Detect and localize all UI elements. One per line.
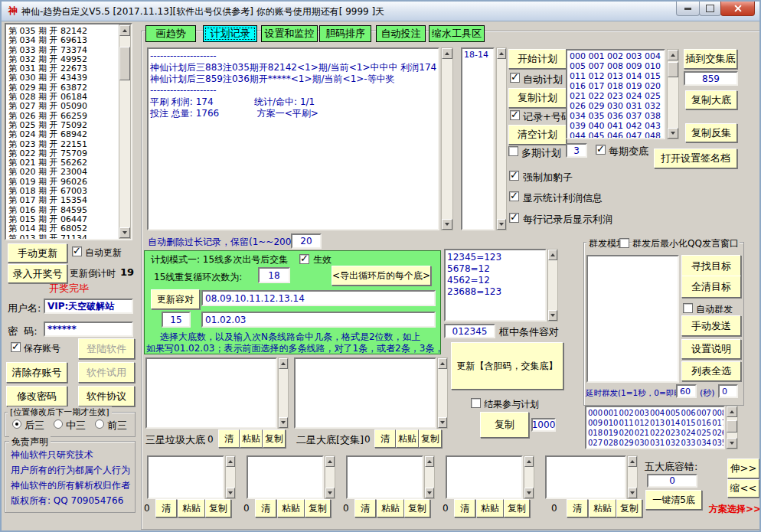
base-box-4-copy-button[interactable]: 复制	[504, 499, 530, 517]
show-profit-info-checkbox[interactable]	[509, 191, 519, 201]
copy-inverse-button[interactable]: 复制反集	[685, 123, 737, 142]
lines-field[interactable]: 08.09.10.11.12.13.14	[201, 290, 436, 306]
scroll-down-icon[interactable]	[442, 219, 452, 230]
scroll-up-icon[interactable]	[226, 456, 235, 467]
username-field[interactable]: VIP:天空破解站	[44, 299, 133, 314]
show-row-profit-checkbox[interactable]	[509, 213, 519, 223]
draw-history-row[interactable]: 第 016 期 开 84595	[6, 204, 119, 214]
three-star-base-textarea[interactable]	[145, 357, 277, 429]
number-pool-row[interactable]: 021 022 023 024 025	[567, 91, 664, 101]
result-pool-row[interactable]: 009 010 011 012 013 014 015 016 017	[586, 418, 723, 428]
scroll-down-icon[interactable]	[668, 128, 678, 139]
copy-count-field[interactable]: 1000	[531, 418, 556, 432]
result-pool-row[interactable]: 027 028 029 030 031 032 033 034 035	[586, 438, 723, 448]
number-pool-row[interactable]: 016 017 018 019 020	[567, 81, 664, 91]
multi-period-checkbox[interactable]	[508, 146, 518, 156]
keep-records-field[interactable]: 20	[291, 233, 322, 249]
expand-button[interactable]: 伸>>	[727, 459, 759, 478]
trial-button[interactable]: 软件试用	[78, 362, 135, 383]
base-box-3-paste-button[interactable]: 粘贴	[377, 499, 404, 517]
close-button[interactable]	[720, 2, 755, 16]
base-box-4-paste-button[interactable]: 粘贴	[476, 499, 504, 517]
three-star-scrollbar[interactable]	[278, 357, 289, 429]
number-pool-row[interactable]: 005 007 008 009 010	[567, 61, 664, 71]
plan-record-textarea[interactable]: --------------------神仙计划后三883注035期开82142…	[147, 47, 439, 230]
draw-history-listbox[interactable]: 第 035 期 开 82142第 034 期 开 69613第 033 期 开 …	[5, 23, 132, 240]
login-button[interactable]: 登陆软件	[78, 338, 135, 359]
draw-history-row[interactable]: 第 026 期 开 66259	[6, 110, 119, 119]
five-base-tolerance-field[interactable]: 0	[647, 474, 697, 488]
base-box-1-paste-button[interactable]: 粘贴	[178, 499, 205, 517]
draw-history-row[interactable]: 第 029 期 开 63872	[6, 82, 119, 91]
scroll-up-icon[interactable]	[425, 456, 434, 467]
base-box-1[interactable]	[147, 455, 224, 499]
enter-draw-button[interactable]: 录入开奖号	[8, 264, 67, 283]
result-pool-row[interactable]: 018 019 020 021 022 023 024 025 026	[586, 428, 723, 438]
maximize-button[interactable]	[699, 2, 721, 16]
draw-history-row[interactable]: 第 035 期 开 82142	[6, 25, 119, 34]
base-box-5-scrollbar[interactable]	[627, 455, 638, 499]
base-box-3[interactable]	[346, 455, 423, 499]
result-pool-scrollbar[interactable]	[726, 406, 738, 449]
base-box-4[interactable]	[446, 455, 523, 499]
number-pool-listbox[interactable]: 000 001 002 003 004005 007 008 009 01001…	[566, 49, 665, 139]
scroll-up-icon[interactable]	[628, 456, 637, 467]
clear-plan-button[interactable]: 清空计划	[508, 125, 567, 145]
result-pool-listbox[interactable]: 000 001 002 003 004 005 006 007 008009 0…	[585, 406, 725, 449]
manual-send-button[interactable]: 手动发送	[681, 315, 741, 336]
two-star-clear-button[interactable]: 清	[374, 429, 396, 448]
period-scrollbar[interactable]	[496, 47, 507, 230]
three-star-copy-button[interactable]: 复制	[263, 429, 286, 448]
auto-update-checkbox[interactable]	[72, 246, 82, 256]
minimize-qq-checkbox[interactable]	[619, 238, 629, 248]
scroll-up-icon[interactable]	[442, 48, 452, 59]
clear-five-bases-button[interactable]: 一键清5底	[645, 490, 702, 510]
condition-box-field[interactable]: 012345	[444, 324, 495, 338]
base-count-field[interactable]: 859	[684, 71, 738, 86]
scroll-down-icon[interactable]	[548, 310, 557, 321]
tab-draw-trend[interactable]: 画趋势	[145, 25, 196, 42]
insert-to-intersection-button[interactable]: 插到交集底	[684, 49, 737, 69]
base-box-3-copy-button[interactable]: 复制	[404, 499, 430, 517]
start-plan-button[interactable]: 开始计划	[508, 49, 567, 69]
tab-plan-record[interactable]: 计划记录	[203, 25, 257, 42]
base-box-2-paste-button[interactable]: 粘贴	[277, 499, 305, 517]
draw-history-row[interactable]: 第 015 期 开 06447	[6, 214, 119, 223]
scroll-thumb[interactable]	[119, 47, 130, 80]
number-pool-row[interactable]: 044 045 046 047 048	[567, 131, 664, 139]
scroll-up-icon[interactable]	[279, 358, 288, 369]
two-star-base-textarea[interactable]	[294, 357, 436, 429]
draw-history-row[interactable]: 第 018 期 开 67003	[6, 185, 119, 194]
export-cycle-button[interactable]: <导出循环后的每个底>	[332, 266, 431, 286]
draw-history-row[interactable]: 第 025 期 开 75092	[6, 119, 119, 129]
draw-history-row[interactable]: 第 027 期 开 05090	[6, 100, 119, 109]
base-box-5[interactable]	[545, 455, 626, 499]
radio-front3[interactable]	[95, 419, 104, 429]
base-box-2[interactable]	[247, 455, 324, 499]
draw-history-row[interactable]: 第 023 期 开 22151	[6, 139, 119, 148]
number-pool-row[interactable]: 026 029 030 031 032	[567, 101, 664, 111]
manual-update-button[interactable]: 手动更新	[8, 243, 67, 263]
scroll-down-icon[interactable]	[279, 417, 288, 428]
multi-period-count-field[interactable]: 3	[566, 143, 587, 158]
scroll-up-icon[interactable]	[438, 358, 447, 369]
scroll-down-icon[interactable]	[727, 438, 737, 449]
scroll-down-icon[interactable]	[119, 227, 130, 238]
draw-history-scrollbar[interactable]	[119, 24, 131, 239]
password-field[interactable]: ******	[44, 321, 133, 337]
update-with-digits-button[interactable]: 更新【含胆码，交集底】	[451, 342, 563, 390]
scroll-down-icon[interactable]	[524, 488, 534, 498]
number-pool-row[interactable]: 011 012 013 014 015	[567, 71, 664, 81]
draw-history-row[interactable]: 第 022 期 开 75709	[6, 148, 119, 157]
base-box-3-scrollbar[interactable]	[424, 455, 435, 499]
broadcast-target-listbox[interactable]	[586, 255, 679, 383]
change-password-button[interactable]: 修改密码	[6, 386, 67, 406]
delay-extra-field[interactable]: 0	[718, 384, 738, 398]
find-target-button[interactable]: 寻找目标	[681, 255, 741, 277]
clear-saved-account-button[interactable]: 清除存账号	[6, 362, 67, 383]
two-star-scrollbar[interactable]	[437, 357, 448, 429]
draw-history-row[interactable]: 第 034 期 开 69613	[6, 34, 119, 44]
number-pool-row[interactable]: 039 040 041 042 043	[567, 121, 664, 131]
plan-select-link[interactable]: 方案选择>>	[709, 503, 761, 516]
copy-base-button[interactable]: 复制大底	[685, 90, 737, 109]
